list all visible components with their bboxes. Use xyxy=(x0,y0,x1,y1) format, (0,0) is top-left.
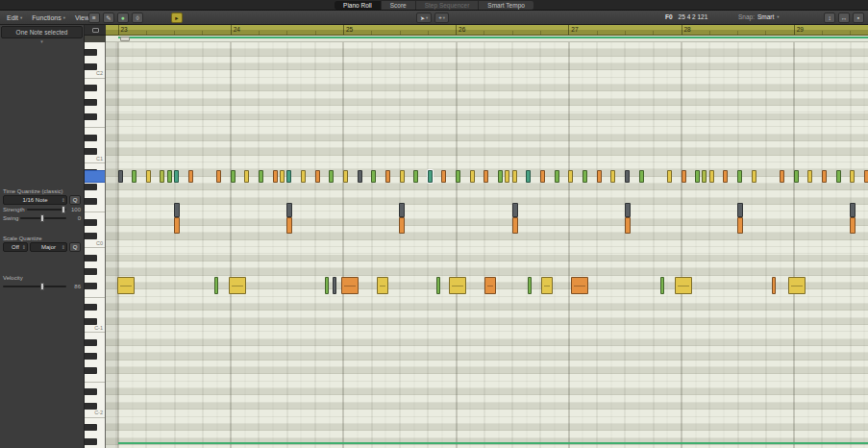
midi-note[interactable] xyxy=(273,170,278,183)
midi-note[interactable] xyxy=(512,170,517,183)
midi-note[interactable] xyxy=(174,170,179,183)
midi-note[interactable] xyxy=(610,170,615,183)
midi-note[interactable] xyxy=(174,217,180,234)
midi-note[interactable] xyxy=(737,217,743,234)
midi-note[interactable] xyxy=(540,170,545,183)
midi-note[interactable] xyxy=(780,170,784,183)
time-quantize-apply-button[interactable]: Q xyxy=(69,195,81,205)
menu-edit[interactable]: Edit▾ xyxy=(2,14,27,21)
midi-note[interactable] xyxy=(286,170,291,183)
midi-note[interactable] xyxy=(667,170,672,183)
midi-note[interactable] xyxy=(286,217,292,234)
midi-note[interactable] xyxy=(737,203,743,217)
midi-note[interactable] xyxy=(709,170,714,183)
midi-note[interactable] xyxy=(526,170,531,183)
highlighted-key[interactable] xyxy=(85,170,105,183)
strength-slider[interactable] xyxy=(27,209,66,211)
midi-note[interactable] xyxy=(498,170,503,183)
strength-slider-thumb[interactable] xyxy=(62,206,65,213)
midi-note[interactable] xyxy=(280,170,285,183)
black-key[interactable] xyxy=(85,49,97,56)
midi-note[interactable] xyxy=(117,277,135,294)
midi-note[interactable] xyxy=(385,170,390,183)
midi-note[interactable] xyxy=(625,170,630,183)
black-key[interactable] xyxy=(85,403,97,410)
black-key[interactable] xyxy=(85,233,97,239)
midi-note[interactable] xyxy=(146,170,151,183)
midi-note[interactable] xyxy=(512,203,518,217)
black-key[interactable] xyxy=(85,268,97,275)
scale-quantize-apply-button[interactable]: Q xyxy=(69,242,81,252)
time-quantize-select[interactable]: 1/16 Note ⇕ xyxy=(3,195,67,205)
black-key[interactable] xyxy=(85,99,97,106)
black-key[interactable] xyxy=(85,438,97,445)
black-key[interactable] xyxy=(85,388,97,395)
black-key[interactable] xyxy=(85,113,97,120)
midi-note[interactable] xyxy=(660,277,664,294)
midi-note[interactable] xyxy=(244,170,249,183)
midi-note[interactable] xyxy=(625,217,631,234)
note-grid[interactable] xyxy=(106,42,868,448)
midi-note[interactable] xyxy=(259,170,263,183)
swing-slider-thumb[interactable] xyxy=(40,214,44,222)
black-key[interactable] xyxy=(85,339,97,346)
black-key[interactable] xyxy=(85,63,97,70)
swing-slider[interactable] xyxy=(20,217,66,219)
midi-in-icon[interactable]: ● xyxy=(117,12,129,23)
midi-note[interactable] xyxy=(216,170,221,183)
midi-note[interactable] xyxy=(449,277,466,294)
midi-note[interactable] xyxy=(132,170,136,183)
midi-note[interactable] xyxy=(470,170,475,183)
midi-note[interactable] xyxy=(737,170,742,183)
midi-note[interactable] xyxy=(695,170,700,183)
midi-note[interactable] xyxy=(214,277,218,294)
midi-note[interactable] xyxy=(188,170,193,183)
midi-note[interactable] xyxy=(484,170,488,183)
midi-note[interactable] xyxy=(371,170,376,183)
midi-note[interactable] xyxy=(428,170,433,183)
midi-note[interactable] xyxy=(528,277,532,294)
midi-note[interactable] xyxy=(400,170,405,183)
auto-zoom-vertical-icon[interactable]: ↕ xyxy=(824,12,835,23)
black-key[interactable] xyxy=(85,135,97,141)
stepper-icon[interactable]: ⇕ xyxy=(62,243,65,252)
scale-type-select[interactable]: Major ⇕ xyxy=(30,242,67,252)
black-key[interactable] xyxy=(85,283,97,289)
midi-note[interactable] xyxy=(229,277,246,294)
midi-note[interactable] xyxy=(505,170,509,183)
midi-note[interactable] xyxy=(752,170,756,183)
midi-note[interactable] xyxy=(702,170,707,183)
midi-note[interactable] xyxy=(723,170,728,183)
lock-view-icon[interactable]: ▪ xyxy=(853,12,864,23)
black-key[interactable] xyxy=(85,367,97,374)
midi-note[interactable] xyxy=(850,170,855,183)
black-key[interactable] xyxy=(85,198,97,205)
drag-mode-icon[interactable]: ≡ xyxy=(88,12,100,23)
midi-note[interactable] xyxy=(836,170,841,183)
command-click-tool-select[interactable]: +▾ xyxy=(434,12,449,23)
black-key[interactable] xyxy=(85,184,97,190)
midi-note[interactable] xyxy=(329,170,334,183)
link-icon[interactable] xyxy=(92,28,99,33)
midi-note[interactable] xyxy=(286,203,292,217)
midi-note[interactable] xyxy=(625,203,631,217)
piano-keyboard[interactable]: C2C1C0C-1C-2 xyxy=(85,42,106,448)
catch-playhead-button[interactable]: ▸ xyxy=(171,12,183,23)
tab-smart-tempo[interactable]: Smart Tempo xyxy=(479,1,533,10)
eraser-tool-icon[interactable]: ◊ xyxy=(132,12,143,23)
left-click-tool-select[interactable]: ➤▾ xyxy=(416,12,432,23)
midi-note[interactable] xyxy=(541,277,553,294)
midi-note[interactable] xyxy=(850,217,856,234)
midi-note[interactable] xyxy=(772,277,776,294)
black-key[interactable] xyxy=(85,318,97,325)
midi-note[interactable] xyxy=(675,277,692,294)
midi-note[interactable] xyxy=(682,170,686,183)
midi-note[interactable] xyxy=(301,170,306,183)
black-key[interactable] xyxy=(85,85,97,91)
black-key[interactable] xyxy=(85,424,97,431)
midi-note[interactable] xyxy=(231,170,236,183)
midi-note[interactable] xyxy=(436,277,440,294)
midi-note[interactable] xyxy=(822,170,827,183)
black-key[interactable] xyxy=(85,255,97,261)
scale-root-select[interactable]: Off ⇕ xyxy=(3,242,28,252)
